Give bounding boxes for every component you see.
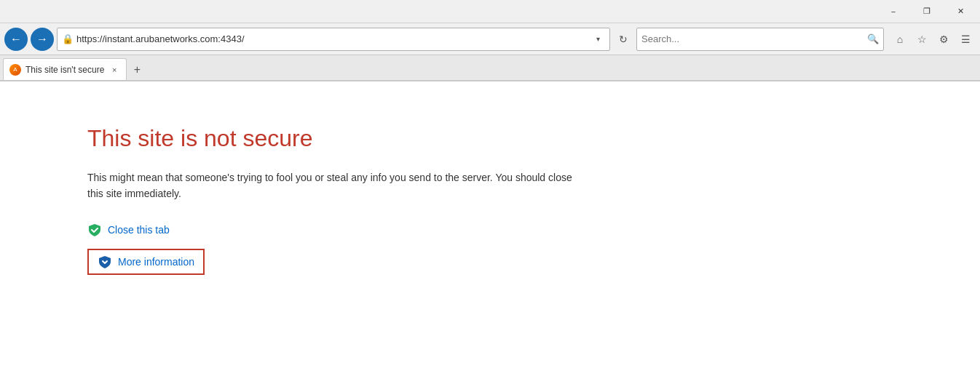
- settings-button[interactable]: ⚙: [933, 29, 954, 49]
- tab-title: This site isn't secure: [25, 65, 104, 75]
- more-info-link-text[interactable]: More information: [118, 256, 194, 268]
- search-bar: 🔍: [636, 28, 884, 51]
- search-input[interactable]: [641, 33, 867, 44]
- home-button[interactable]: ⌂: [890, 29, 910, 49]
- new-tab-button[interactable]: +: [127, 60, 147, 80]
- refresh-button[interactable]: ↻: [613, 29, 633, 49]
- shield-check-icon: [87, 223, 102, 237]
- page-content: This site is not secure This might mean …: [0, 81, 980, 392]
- title-bar: − ❐ ✕: [0, 0, 980, 23]
- menu-button[interactable]: ☰: [955, 29, 976, 49]
- tab-bar: A This site isn't secure × +: [0, 55, 980, 81]
- browser-window: − ❐ ✕ ← → 🔒 ▾ ↻ 🔍 ⌂ ☆ ⚙ ☰ A This site is…: [0, 0, 980, 392]
- close-tab-link[interactable]: Close this tab: [87, 223, 893, 237]
- title-bar-buttons: − ❐ ✕: [877, 0, 977, 23]
- error-description: This might mean that someone's trying to…: [87, 169, 582, 202]
- address-input[interactable]: [76, 33, 588, 44]
- favorites-button[interactable]: ☆: [912, 29, 932, 49]
- search-button[interactable]: 🔍: [867, 33, 879, 44]
- forward-button[interactable]: →: [31, 28, 54, 51]
- chevron-shield-icon: [98, 255, 112, 269]
- error-title: This site is not secure: [87, 125, 893, 152]
- back-button[interactable]: ←: [4, 28, 28, 51]
- address-dropdown-button[interactable]: ▾: [590, 32, 605, 47]
- more-info-container[interactable]: More information: [87, 249, 205, 275]
- tab-favicon: A: [9, 64, 21, 76]
- minimize-button[interactable]: −: [877, 0, 910, 23]
- nav-bar: ← → 🔒 ▾ ↻ 🔍 ⌂ ☆ ⚙ ☰: [0, 23, 980, 55]
- maximize-button[interactable]: ❐: [910, 0, 944, 23]
- close-button[interactable]: ✕: [944, 0, 977, 23]
- close-tab-link-text[interactable]: Close this tab: [108, 224, 170, 236]
- tab-close-button[interactable]: ×: [108, 64, 120, 76]
- toolbar-icons: ⌂ ☆ ⚙ ☰: [890, 29, 976, 49]
- lock-icon: 🔒: [62, 33, 74, 45]
- address-bar: 🔒 ▾: [57, 28, 610, 51]
- active-tab[interactable]: A This site isn't secure ×: [3, 58, 127, 80]
